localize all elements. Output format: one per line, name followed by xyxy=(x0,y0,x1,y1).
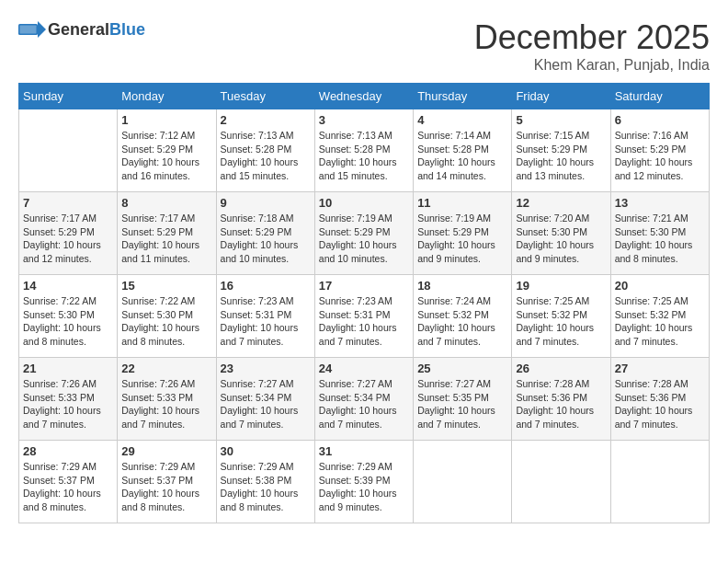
table-row: 8Sunrise: 7:17 AMSunset: 5:29 PMDaylight… xyxy=(118,192,216,275)
table-row: 31Sunrise: 7:29 AMSunset: 5:39 PMDayligh… xyxy=(314,441,413,523)
day-number: 27 xyxy=(615,362,705,375)
day-number: 26 xyxy=(516,362,606,375)
day-info: Sunrise: 7:28 AMSunset: 5:36 PMDaylight:… xyxy=(516,377,606,431)
day-info: Sunrise: 7:29 AMSunset: 5:37 PMDaylight:… xyxy=(121,460,211,514)
day-number: 6 xyxy=(615,113,705,127)
day-info: Sunrise: 7:22 AMSunset: 5:30 PMDaylight:… xyxy=(121,294,211,349)
table-row: 13Sunrise: 7:21 AMSunset: 5:30 PMDayligh… xyxy=(610,192,709,275)
day-info: Sunrise: 7:17 AMSunset: 5:29 PMDaylight:… xyxy=(121,212,211,266)
day-info: Sunrise: 7:23 AMSunset: 5:31 PMDaylight:… xyxy=(221,294,311,349)
table-row: 16Sunrise: 7:23 AMSunset: 5:31 PMDayligh… xyxy=(216,275,314,358)
day-info: Sunrise: 7:13 AMSunset: 5:28 PMDaylight:… xyxy=(319,129,409,183)
table-row: 26Sunrise: 7:28 AMSunset: 5:36 PMDayligh… xyxy=(512,358,610,441)
day-info: Sunrise: 7:19 AMSunset: 5:29 PMDaylight:… xyxy=(319,212,409,266)
day-info: Sunrise: 7:18 AMSunset: 5:29 PMDaylight:… xyxy=(221,212,311,266)
calendar-table: Sunday Monday Tuesday Wednesday Thursday… xyxy=(18,83,710,523)
table-row: 24Sunrise: 7:27 AMSunset: 5:34 PMDayligh… xyxy=(314,358,413,441)
table-row: 14Sunrise: 7:22 AMSunset: 5:30 PMDayligh… xyxy=(19,275,118,358)
table-row xyxy=(512,441,610,523)
table-row: 19Sunrise: 7:25 AMSunset: 5:32 PMDayligh… xyxy=(512,275,610,358)
day-info: Sunrise: 7:19 AMSunset: 5:29 PMDaylight:… xyxy=(417,212,507,266)
title-area: December 2025 Khem Karan, Punjab, India xyxy=(474,18,710,74)
day-info: Sunrise: 7:29 AMSunset: 5:38 PMDaylight:… xyxy=(221,460,311,514)
day-number: 11 xyxy=(417,196,507,210)
table-row: 4Sunrise: 7:14 AMSunset: 5:28 PMDaylight… xyxy=(414,109,512,192)
day-number: 8 xyxy=(121,196,211,210)
table-row: 11Sunrise: 7:19 AMSunset: 5:29 PMDayligh… xyxy=(414,192,512,275)
table-row: 25Sunrise: 7:27 AMSunset: 5:35 PMDayligh… xyxy=(414,358,512,441)
day-number: 19 xyxy=(516,279,606,293)
col-thursday: Thursday xyxy=(414,84,512,109)
table-row: 22Sunrise: 7:26 AMSunset: 5:33 PMDayligh… xyxy=(118,358,216,441)
table-row: 28Sunrise: 7:29 AMSunset: 5:37 PMDayligh… xyxy=(19,441,118,523)
table-row: 12Sunrise: 7:20 AMSunset: 5:30 PMDayligh… xyxy=(512,192,610,275)
day-number: 10 xyxy=(319,196,409,210)
day-number: 23 xyxy=(221,362,311,375)
day-number: 17 xyxy=(319,279,409,293)
day-info: Sunrise: 7:29 AMSunset: 5:39 PMDaylight:… xyxy=(319,460,409,514)
day-info: Sunrise: 7:26 AMSunset: 5:33 PMDaylight:… xyxy=(23,377,113,431)
table-row: 18Sunrise: 7:24 AMSunset: 5:32 PMDayligh… xyxy=(414,275,512,358)
table-row: 1Sunrise: 7:12 AMSunset: 5:29 PMDaylight… xyxy=(118,109,216,192)
col-saturday: Saturday xyxy=(610,84,709,109)
table-row: 5Sunrise: 7:15 AMSunset: 5:29 PMDaylight… xyxy=(512,109,610,192)
day-number: 20 xyxy=(615,279,705,293)
day-number: 15 xyxy=(121,279,211,293)
table-row: 29Sunrise: 7:29 AMSunset: 5:37 PMDayligh… xyxy=(118,441,216,523)
day-info: Sunrise: 7:27 AMSunset: 5:34 PMDaylight:… xyxy=(221,377,311,431)
logo-text: GeneralBlue xyxy=(48,21,145,38)
day-number: 2 xyxy=(221,113,311,127)
day-number: 28 xyxy=(23,444,113,458)
day-info: Sunrise: 7:12 AMSunset: 5:29 PMDaylight:… xyxy=(121,129,211,183)
table-row: 9Sunrise: 7:18 AMSunset: 5:29 PMDaylight… xyxy=(216,192,314,275)
day-info: Sunrise: 7:17 AMSunset: 5:29 PMDaylight:… xyxy=(23,212,113,266)
col-sunday: Sunday xyxy=(19,84,118,109)
day-info: Sunrise: 7:27 AMSunset: 5:35 PMDaylight:… xyxy=(417,377,507,431)
day-info: Sunrise: 7:21 AMSunset: 5:30 PMDaylight:… xyxy=(615,212,705,266)
day-number: 29 xyxy=(121,444,211,458)
day-info: Sunrise: 7:25 AMSunset: 5:32 PMDaylight:… xyxy=(615,294,705,349)
table-row: 23Sunrise: 7:27 AMSunset: 5:34 PMDayligh… xyxy=(216,358,314,441)
day-info: Sunrise: 7:23 AMSunset: 5:31 PMDaylight:… xyxy=(319,294,409,349)
day-number: 18 xyxy=(417,279,507,293)
day-number: 5 xyxy=(516,113,606,127)
col-wednesday: Wednesday xyxy=(314,84,413,109)
calendar-header-row: Sunday Monday Tuesday Wednesday Thursday… xyxy=(19,84,710,109)
header: GeneralBlue December 2025 Khem Karan, Pu… xyxy=(18,18,710,74)
day-number: 13 xyxy=(615,196,705,210)
day-info: Sunrise: 7:15 AMSunset: 5:29 PMDaylight:… xyxy=(516,129,606,183)
day-info: Sunrise: 7:13 AMSunset: 5:28 PMDaylight:… xyxy=(221,129,311,183)
svg-rect-2 xyxy=(20,26,37,34)
day-info: Sunrise: 7:22 AMSunset: 5:30 PMDaylight:… xyxy=(23,294,113,349)
table-row: 21Sunrise: 7:26 AMSunset: 5:33 PMDayligh… xyxy=(19,358,118,441)
week-row-4: 28Sunrise: 7:29 AMSunset: 5:37 PMDayligh… xyxy=(19,441,710,523)
week-row-0: 1Sunrise: 7:12 AMSunset: 5:29 PMDaylight… xyxy=(19,109,710,192)
week-row-3: 21Sunrise: 7:26 AMSunset: 5:33 PMDayligh… xyxy=(19,358,710,441)
day-number: 9 xyxy=(221,196,311,210)
day-info: Sunrise: 7:26 AMSunset: 5:33 PMDaylight:… xyxy=(121,377,211,431)
day-number: 22 xyxy=(121,362,211,375)
table-row: 17Sunrise: 7:23 AMSunset: 5:31 PMDayligh… xyxy=(314,275,413,358)
day-number: 3 xyxy=(319,113,409,127)
day-number: 4 xyxy=(417,113,507,127)
table-row xyxy=(414,441,512,523)
table-row: 30Sunrise: 7:29 AMSunset: 5:38 PMDayligh… xyxy=(216,441,314,523)
logo: GeneralBlue xyxy=(18,18,145,40)
day-number: 24 xyxy=(319,362,409,375)
day-info: Sunrise: 7:16 AMSunset: 5:29 PMDaylight:… xyxy=(615,129,705,183)
week-row-2: 14Sunrise: 7:22 AMSunset: 5:30 PMDayligh… xyxy=(19,275,710,358)
day-number: 7 xyxy=(23,196,113,210)
table-row: 3Sunrise: 7:13 AMSunset: 5:28 PMDaylight… xyxy=(314,109,413,192)
logo-blue: Blue xyxy=(109,20,145,39)
day-info: Sunrise: 7:27 AMSunset: 5:34 PMDaylight:… xyxy=(319,377,409,431)
table-row: 15Sunrise: 7:22 AMSunset: 5:30 PMDayligh… xyxy=(118,275,216,358)
day-info: Sunrise: 7:25 AMSunset: 5:32 PMDaylight:… xyxy=(516,294,606,349)
table-row: 2Sunrise: 7:13 AMSunset: 5:28 PMDaylight… xyxy=(216,109,314,192)
day-number: 25 xyxy=(417,362,507,375)
table-row xyxy=(19,109,118,192)
table-row: 10Sunrise: 7:19 AMSunset: 5:29 PMDayligh… xyxy=(314,192,413,275)
day-number: 21 xyxy=(23,362,113,375)
logo-general: General xyxy=(48,20,109,39)
table-row: 27Sunrise: 7:28 AMSunset: 5:36 PMDayligh… xyxy=(610,358,709,441)
week-row-1: 7Sunrise: 7:17 AMSunset: 5:29 PMDaylight… xyxy=(19,192,710,275)
